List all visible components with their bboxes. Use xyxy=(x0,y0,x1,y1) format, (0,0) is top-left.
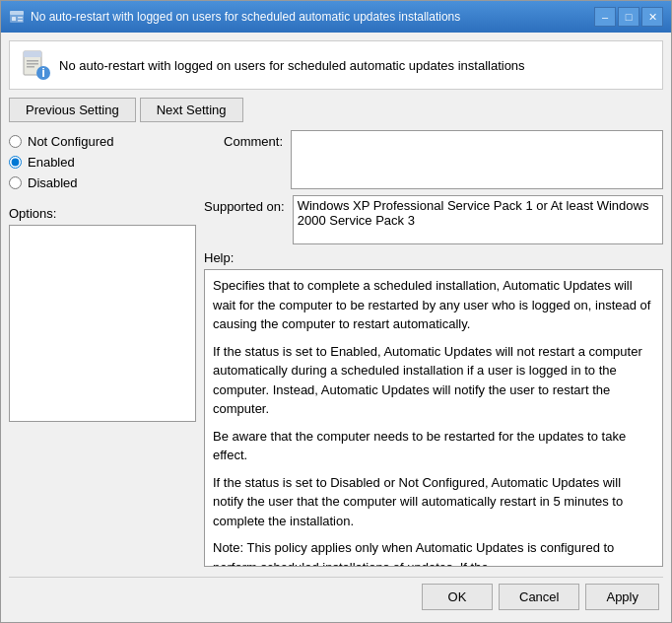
help-para-3: Be aware that the computer needs to be r… xyxy=(213,427,654,465)
cancel-button[interactable]: Cancel xyxy=(499,584,579,610)
title-bar: No auto-restart with logged on users for… xyxy=(1,1,671,33)
help-label: Help: xyxy=(204,250,663,265)
ok-button[interactable]: OK xyxy=(422,584,493,610)
help-para-4: If the status is set to Disabled or Not … xyxy=(213,473,654,531)
options-section: Options: xyxy=(9,200,196,422)
maximize-button[interactable]: □ xyxy=(618,7,639,27)
disabled-input[interactable] xyxy=(9,176,22,189)
not-configured-label: Not Configured xyxy=(28,134,113,149)
enabled-label: Enabled xyxy=(28,155,75,170)
title-bar-left: No auto-restart with logged on users for… xyxy=(9,9,594,25)
svg-rect-2 xyxy=(12,17,16,21)
enabled-radio[interactable]: Enabled xyxy=(9,155,196,170)
next-setting-button[interactable]: Next Setting xyxy=(140,98,243,122)
prev-setting-button[interactable]: Previous Setting xyxy=(9,98,136,122)
disabled-radio[interactable]: Disabled xyxy=(9,175,196,190)
enabled-input[interactable] xyxy=(9,156,22,169)
apply-button[interactable]: Apply xyxy=(585,584,659,610)
window-icon xyxy=(9,9,25,25)
svg-rect-4 xyxy=(18,20,23,22)
dialog-content: i No auto-restart with logged on users f… xyxy=(1,33,671,622)
help-para-5: Note: This policy applies only when Auto… xyxy=(213,538,654,567)
not-configured-radio[interactable]: Not Configured xyxy=(9,134,196,149)
help-para-1: Specifies that to complete a scheduled i… xyxy=(213,276,654,334)
svg-rect-9 xyxy=(27,66,34,68)
svg-rect-8 xyxy=(27,63,38,65)
svg-text:i: i xyxy=(41,65,45,80)
minimize-button[interactable]: – xyxy=(594,7,616,27)
title-controls: – □ ✕ xyxy=(594,7,663,27)
policy-icon: i xyxy=(20,49,51,81)
window-title: No auto-restart with logged on users for… xyxy=(31,10,460,24)
comment-textarea[interactable] xyxy=(291,130,663,189)
svg-rect-1 xyxy=(10,11,24,15)
left-panel: Not Configured Enabled Disabled Options: xyxy=(9,130,196,567)
bottom-row: OK Cancel Apply xyxy=(9,577,663,614)
disabled-label: Disabled xyxy=(28,175,78,190)
options-label: Options: xyxy=(9,206,196,221)
header-title: No auto-restart with logged on users for… xyxy=(59,58,525,73)
help-para-2: If the status is set to Enabled, Automat… xyxy=(213,342,654,419)
help-section: Help: Specifies that to complete a sched… xyxy=(204,250,663,567)
svg-rect-7 xyxy=(27,60,38,62)
comment-row: Comment: xyxy=(204,130,663,189)
right-panel: Comment: Supported on: Windows XP Profes… xyxy=(204,130,663,567)
help-box[interactable]: Specifies that to complete a scheduled i… xyxy=(204,269,663,567)
main-area: Not Configured Enabled Disabled Options: xyxy=(9,130,663,567)
svg-rect-6 xyxy=(24,51,41,57)
supported-value: Windows XP Professional Service Pack 1 o… xyxy=(298,198,649,228)
options-box xyxy=(9,225,196,422)
dialog-window: No auto-restart with logged on users for… xyxy=(0,0,672,623)
comment-label: Comment: xyxy=(204,130,283,149)
header-banner: i No auto-restart with logged on users f… xyxy=(9,40,663,90)
supported-label: Supported on: xyxy=(204,195,285,214)
nav-buttons: Previous Setting Next Setting xyxy=(9,96,663,124)
supported-row: Supported on: Windows XP Professional Se… xyxy=(204,195,663,244)
close-button[interactable]: ✕ xyxy=(641,7,663,27)
svg-rect-3 xyxy=(18,17,23,19)
supported-box: Windows XP Professional Service Pack 1 o… xyxy=(293,195,663,244)
not-configured-input[interactable] xyxy=(9,135,22,148)
radio-group: Not Configured Enabled Disabled xyxy=(9,130,196,190)
